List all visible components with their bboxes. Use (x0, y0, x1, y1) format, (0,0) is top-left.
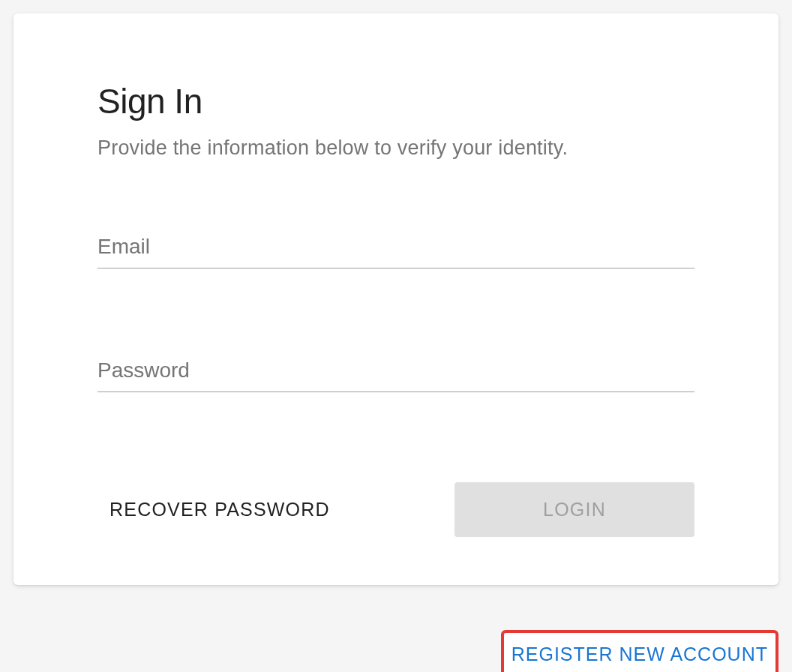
email-field[interactable]: Email (98, 235, 694, 268)
action-row: RECOVER PASSWORD LOGIN (98, 482, 694, 537)
register-container: REGISTER NEW ACCOUNT (14, 630, 778, 672)
recover-password-button[interactable]: RECOVER PASSWORD (98, 485, 342, 534)
signin-card: Sign In Provide the information below to… (14, 14, 778, 585)
email-field-container: Email (98, 235, 694, 268)
login-button[interactable]: LOGIN (454, 482, 694, 537)
register-new-account-button[interactable]: REGISTER NEW ACCOUNT (501, 630, 778, 672)
password-field-container: Password (98, 358, 694, 392)
page-title: Sign In (98, 81, 694, 122)
page-subtitle: Provide the information below to verify … (98, 136, 694, 160)
password-field[interactable]: Password (98, 358, 694, 392)
